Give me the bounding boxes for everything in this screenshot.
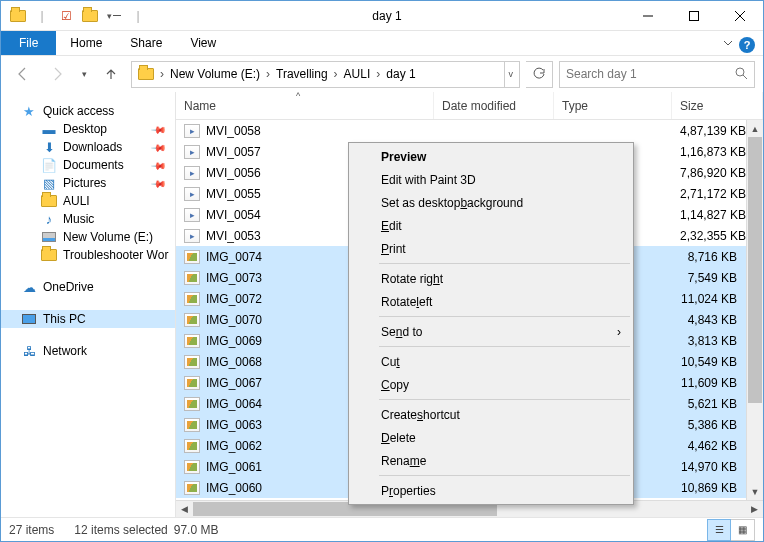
menu-rotate-left[interactable]: Rotate left	[351, 290, 631, 313]
menu-rename[interactable]: Rename	[351, 449, 631, 472]
qat-properties-icon[interactable]: ☑	[55, 5, 77, 27]
onedrive-icon: ☁	[21, 279, 37, 295]
search-input[interactable]: Search day 1	[559, 61, 755, 88]
window-title: day 1	[149, 9, 625, 23]
nav-new-volume[interactable]: New Volume (E:)	[1, 228, 175, 246]
file-row[interactable]: MVI_00584,87,139 KB	[176, 120, 763, 141]
folder-icon	[41, 193, 57, 209]
menu-copy[interactable]: Copy	[351, 373, 631, 396]
menu-send-to[interactable]: Send to›	[351, 320, 631, 343]
column-name[interactable]: Name	[176, 92, 434, 119]
video-icon	[184, 124, 200, 138]
menu-separator	[379, 316, 630, 317]
file-name: IMG_0073	[206, 271, 262, 285]
column-headers: ^ Name Date modified Type Size	[176, 92, 763, 120]
nav-troubleshooter[interactable]: Troubleshooter Wor	[1, 246, 175, 264]
file-name: IMG_0061	[206, 460, 262, 474]
breadcrumb-segment[interactable]: AULI	[340, 63, 375, 86]
chevron-right-icon[interactable]: ›	[374, 67, 382, 81]
video-icon	[184, 229, 200, 243]
file-name: MVI_0054	[206, 208, 261, 222]
tab-home[interactable]: Home	[56, 31, 116, 55]
status-selection-count: 12 items selected	[74, 523, 167, 537]
menu-edit-paint3d[interactable]: Edit with Paint 3D	[351, 168, 631, 191]
tab-file[interactable]: File	[1, 31, 56, 55]
menu-edit[interactable]: Edit	[351, 214, 631, 237]
vertical-scrollbar[interactable]: ▲ ▼	[746, 120, 763, 500]
video-icon	[184, 208, 200, 222]
refresh-button[interactable]	[526, 61, 553, 88]
qat-newfolder-icon[interactable]	[79, 5, 101, 27]
chevron-right-icon: ›	[617, 325, 621, 339]
menu-rotate-right[interactable]: Rotate right	[351, 267, 631, 290]
help-icon[interactable]: ?	[739, 37, 755, 53]
nav-onedrive[interactable]: ☁OneDrive	[1, 278, 175, 296]
nav-network[interactable]: 🖧Network	[1, 342, 175, 360]
scroll-down-icon[interactable]: ▼	[747, 483, 763, 500]
nav-forward-button[interactable]	[43, 61, 71, 88]
chevron-right-icon[interactable]: ›	[158, 67, 166, 81]
column-date[interactable]: Date modified	[434, 92, 554, 119]
chevron-right-icon[interactable]: ›	[264, 67, 272, 81]
pictures-icon: ▧	[41, 175, 57, 191]
nav-recent-dropdown[interactable]: ▾	[77, 61, 91, 88]
status-selection-size: 97.0 MB	[174, 523, 219, 537]
nav-documents[interactable]: 📄Documents📌	[1, 156, 175, 174]
nav-auli[interactable]: AULI	[1, 192, 175, 210]
view-details-button[interactable]: ☰	[707, 519, 731, 541]
ribbon-expand-icon[interactable]	[717, 31, 739, 55]
scroll-left-icon[interactable]: ◀	[176, 504, 193, 514]
breadcrumb-segment[interactable]: New Volume (E:)	[166, 63, 264, 86]
nav-this-pc[interactable]: This PC	[1, 310, 175, 328]
menu-cut[interactable]: Cut	[351, 350, 631, 373]
breadcrumb-segment[interactable]: day 1	[382, 63, 419, 86]
desktop-icon: ▬	[41, 121, 57, 137]
search-icon[interactable]	[734, 66, 748, 83]
file-name: MVI_0057	[206, 145, 261, 159]
qat-dropdown-icon[interactable]: ▾	[103, 5, 125, 27]
nav-back-button[interactable]	[9, 61, 37, 88]
address-bar[interactable]: › New Volume (E:) › Travelling › AULI › …	[131, 61, 520, 88]
address-dropdown-icon[interactable]: v	[504, 62, 518, 87]
scroll-up-icon[interactable]: ▲	[747, 120, 763, 137]
breadcrumb-segment[interactable]: Travelling	[272, 63, 332, 86]
close-button[interactable]	[717, 1, 763, 31]
file-name: MVI_0055	[206, 187, 261, 201]
tab-share[interactable]: Share	[116, 31, 176, 55]
minimize-button[interactable]	[625, 1, 671, 31]
nav-up-button[interactable]	[97, 61, 125, 88]
maximize-button[interactable]	[671, 1, 717, 31]
menu-properties[interactable]: Properties	[351, 479, 631, 502]
image-icon	[184, 376, 200, 390]
nav-music[interactable]: ♪Music	[1, 210, 175, 228]
nav-pictures[interactable]: ▧Pictures📌	[1, 174, 175, 192]
this-pc-icon	[21, 311, 37, 327]
view-thumbnails-button[interactable]: ▦	[731, 519, 755, 541]
column-type[interactable]: Type	[554, 92, 672, 119]
image-icon	[184, 250, 200, 264]
file-name: MVI_0053	[206, 229, 261, 243]
scroll-thumb[interactable]	[748, 137, 762, 403]
file-name: IMG_0072	[206, 292, 262, 306]
svg-rect-1	[690, 11, 699, 20]
nav-downloads[interactable]: ⬇Downloads📌	[1, 138, 175, 156]
documents-icon: 📄	[41, 157, 57, 173]
menu-separator	[379, 263, 630, 264]
menu-create-shortcut[interactable]: Create shortcut	[351, 403, 631, 426]
context-menu: Preview Edit with Paint 3D Set as deskto…	[348, 142, 634, 505]
nav-desktop[interactable]: ▬Desktop📌	[1, 120, 175, 138]
nav-quick-access[interactable]: ★Quick access	[1, 102, 175, 120]
chevron-right-icon[interactable]: ›	[332, 67, 340, 81]
tab-view[interactable]: View	[176, 31, 230, 55]
file-name: IMG_0067	[206, 376, 262, 390]
menu-set-background[interactable]: Set as desktop background	[351, 191, 631, 214]
column-size[interactable]: Size	[672, 92, 763, 119]
menu-preview[interactable]: Preview	[351, 145, 631, 168]
network-icon: 🖧	[21, 343, 37, 359]
scroll-right-icon[interactable]: ▶	[746, 504, 763, 514]
file-name: IMG_0070	[206, 313, 262, 327]
image-icon	[184, 481, 200, 495]
menu-delete[interactable]: Delete	[351, 426, 631, 449]
menu-print[interactable]: Print	[351, 237, 631, 260]
image-icon	[184, 334, 200, 348]
